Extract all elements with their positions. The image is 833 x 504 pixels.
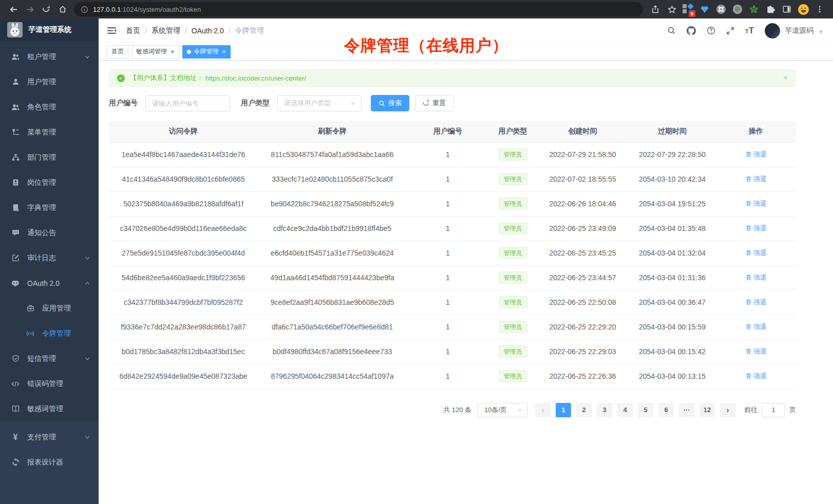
tab-0[interactable]: 首页 (107, 45, 128, 59)
sidebar-item-pay[interactable]: ¥支付管理 (0, 424, 99, 450)
profile-avatar-icon[interactable] (797, 3, 810, 16)
page-button-2[interactable]: 2 (576, 403, 592, 417)
sidebar-item-tenant[interactable]: 租户管理 (0, 44, 99, 69)
reload-icon[interactable] (40, 3, 53, 16)
force-logout-button[interactable]: 强退 (745, 273, 767, 282)
sidebar-item-menu[interactable]: 菜单管理 (0, 120, 99, 145)
cell-access-token: 502375b8040a469a9b82188afdf6af1f (109, 191, 258, 216)
page-ellipsis[interactable]: ··· (679, 403, 694, 417)
app-logo-bar[interactable]: 芋道管理系统 (0, 18, 99, 41)
search-icon[interactable] (667, 26, 676, 35)
prev-page-button[interactable]: ‹ (535, 403, 551, 417)
sidebar-item-role[interactable]: 角色管理 (0, 94, 99, 120)
chevron-down-icon (84, 434, 90, 440)
chevron-down-icon (350, 101, 356, 106)
user-type-tag: 管理员 (499, 148, 527, 161)
page-button-5[interactable]: 5 (638, 403, 653, 417)
column-header: 访问令牌 (109, 121, 258, 142)
address-bar[interactable]: 127.0.0.1:1024/system/oauth2/token (74, 2, 643, 16)
dot-extension-icon[interactable] (731, 3, 744, 16)
sidebar-item-oauth2-app[interactable]: 应用管理 (0, 296, 99, 321)
page-button-4[interactable]: 4 (617, 403, 633, 417)
doc-link[interactable]: https://doc.iocoder.cn/user-center/ (205, 74, 306, 82)
bookmark-star-icon[interactable] (665, 3, 678, 16)
tab-2[interactable]: 令牌管理× (182, 45, 231, 59)
cell-create-time: 2022-06-25 23:49:09 (537, 216, 629, 241)
force-logout-button[interactable]: 强退 (745, 224, 767, 233)
force-logout-button[interactable]: 强退 (745, 298, 767, 307)
back-icon[interactable] (7, 3, 20, 16)
github-icon[interactable] (687, 26, 696, 35)
user-icon (11, 78, 20, 86)
next-page-button[interactable]: › (720, 403, 735, 417)
delete-icon (745, 348, 752, 355)
forward-icon[interactable] (23, 3, 36, 16)
site-info-icon[interactable] (80, 3, 88, 16)
tab-1[interactable]: 敏感词管理× (131, 45, 179, 59)
force-logout-button[interactable]: 强退 (745, 372, 767, 381)
page-size-select[interactable]: 10条/页 (478, 403, 527, 417)
table-row: 54d6be82ee5a460a9aedc1f9bf22365649d1aa46… (109, 265, 796, 290)
goto-page-input[interactable] (762, 403, 785, 417)
sidebar-item-notice[interactable]: 通知公告 (0, 220, 99, 245)
force-logout-button[interactable]: 强退 (745, 199, 767, 208)
browser-menu-icon[interactable] (813, 3, 826, 16)
table-row: 41c41346a548490f9dc8b01c6bfe0865333ecfc7… (109, 167, 796, 191)
search-button[interactable]: 搜索 (371, 95, 409, 111)
user-type-tag: 管理员 (499, 370, 527, 382)
tab-close-icon[interactable]: × (171, 48, 175, 55)
sidebar-item-oauth2-token[interactable]: 令牌管理 (0, 321, 99, 346)
table-row: b0d1785bc3a8482f812db4a3f3bd15ecb0df4980… (109, 339, 796, 364)
sidebar-item-label: 菜单管理 (27, 128, 56, 137)
sidebar-item-audit-log[interactable]: 审计日志 (0, 245, 99, 270)
page-button-1[interactable]: 1 (556, 403, 571, 417)
breadcrumb-item[interactable]: OAuth 2.0 (192, 27, 224, 35)
page-button-12[interactable]: 12 (699, 403, 715, 417)
home-icon[interactable] (56, 3, 69, 16)
cell-action: 强退 (716, 216, 796, 241)
sidebar-item-report-designer[interactable]: 报表设计器 (0, 450, 99, 475)
user-id-input[interactable] (145, 95, 230, 111)
sidebar-item-oauth2[interactable]: OAuth 2.0 (0, 270, 99, 296)
cell-user-type: 管理员 (489, 315, 537, 339)
sidebar-item-dict[interactable]: 字典管理 (0, 195, 99, 220)
reset-button[interactable]: 重置 (415, 95, 453, 111)
fullscreen-icon[interactable] (726, 27, 734, 35)
side-panel-icon[interactable] (780, 3, 793, 16)
force-logout-button[interactable]: 强退 (745, 248, 767, 258)
page-button-3[interactable]: 3 (597, 403, 612, 417)
user-menu[interactable]: 芋道源码 ▼ (765, 23, 824, 38)
breadcrumb-item[interactable]: 首页 (126, 26, 140, 35)
sidebar-item-error-code[interactable]: 错误码管理 (0, 371, 99, 396)
sidebar-item-post[interactable]: 岗位管理 (0, 170, 99, 195)
cell-refresh-token: b0df4980ffd34c67a08f9156e4eee733 (258, 339, 407, 364)
force-logout-button[interactable]: 强退 (745, 347, 767, 356)
force-logout-button[interactable]: 强退 (745, 175, 767, 184)
gem-extension-icon[interactable] (698, 3, 711, 16)
table-row: c342377bf8b344799dcbf7bf095287f29ce8ef2a… (109, 290, 796, 315)
share-icon[interactable] (649, 3, 662, 16)
help-icon[interactable] (707, 26, 715, 35)
command-extension-icon[interactable] (714, 3, 728, 16)
breadcrumb-item[interactable]: 系统管理 (152, 26, 180, 35)
collapse-sidebar-icon[interactable] (107, 26, 117, 35)
font-size-icon[interactable]: TT (745, 26, 754, 36)
cell-refresh-token: 49d1aa46d1454fbd87591444423be9fa (258, 265, 407, 290)
user-type-tag: 管理员 (499, 222, 527, 235)
page-button-6[interactable]: 6 (658, 403, 674, 417)
user-type-select[interactable]: 请选择用户类型 (277, 95, 362, 111)
alert-close-icon[interactable]: × (783, 73, 788, 83)
sidebar-item-sensitive-word[interactable]: 敏感词管理 (0, 396, 99, 421)
tab-close-icon[interactable]: × (222, 48, 226, 55)
sidebar-item-sms[interactable]: 短信管理 (0, 346, 99, 371)
star-extension-icon[interactable] (747, 3, 761, 16)
cell-user-type: 管理员 (489, 339, 537, 364)
cell-user-id: 1 (407, 315, 489, 339)
puzzle-extensions-icon[interactable] (764, 3, 777, 16)
extension-badge-icon[interactable]: 9 (681, 3, 695, 16)
sidebar-item-user[interactable]: 用户管理 (0, 69, 99, 94)
cell-access-token: 6d842e2924594de9a09e45e087323abe (109, 364, 258, 389)
force-logout-button[interactable]: 强退 (745, 322, 767, 332)
sidebar-item-dept[interactable]: 部门管理 (0, 145, 99, 170)
force-logout-button[interactable]: 强退 (745, 150, 767, 159)
